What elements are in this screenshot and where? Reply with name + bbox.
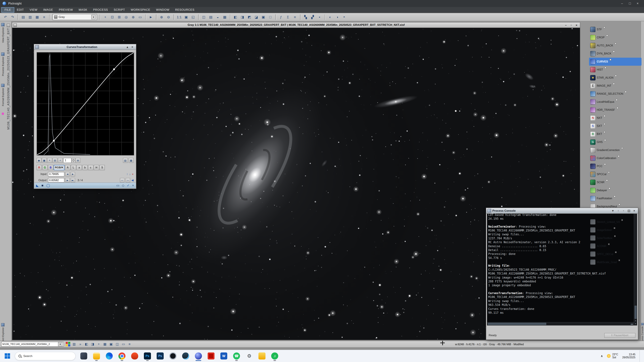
image-window-titlebar[interactable]: Gray 1:1 M106_TEC140_ASI2600MM_25X5Min_2…: [12, 22, 580, 28]
menu-window[interactable]: WINDOW: [153, 7, 172, 12]
console-body[interactable]: LUT-based histogram transformation: done…: [487, 214, 637, 325]
input-field[interactable]: 0.79695: [48, 172, 64, 176]
hscroll-left-icon[interactable]: ◀: [630, 323, 632, 325]
console-vscroll-thumb[interactable]: [634, 306, 637, 319]
taskbar-word[interactable]: W: [219, 351, 229, 361]
execute-button[interactable]: ✓: [127, 184, 130, 187]
workspace-2-icon[interactable]: ▞: [310, 14, 316, 20]
menu-mask[interactable]: MASK: [76, 7, 90, 12]
shade-window-icon[interactable]: ◒: [215, 14, 221, 20]
stf-auto-icon[interactable]: ◨: [90, 341, 95, 347]
process-icon-debayer[interactable]: Debayer: [590, 186, 642, 194]
process-icon-star-align[interactable]: ★STAR_ALIGN: [590, 74, 642, 82]
track-view-icon[interactable]: ◀: [131, 178, 134, 182]
process-icon-dyn-back[interactable]: DYN_BACK: [590, 50, 642, 58]
taskbar-photoshop[interactable]: Ps: [142, 351, 152, 361]
zoom-in-icon[interactable]: ⊕: [158, 14, 165, 20]
image-window-tab[interactable]: M106_TEC140_ASI2600MM_25X5Min_20250523_G…: [6, 24, 11, 129]
channel-h-button[interactable]: H: [94, 165, 99, 170]
history-icon[interactable]: ≡: [41, 14, 47, 20]
store-curve-icon[interactable]: ▨: [123, 158, 128, 163]
sidebar-tab-view-explorer[interactable]: View Explorer: [0, 23, 5, 43]
process-icon-bxt[interactable]: BBXT: [590, 130, 642, 138]
pan-mode-icon[interactable]: ◫: [114, 341, 120, 347]
screen-transfer-icon[interactable]: ◐: [327, 14, 334, 20]
process-icon-colorcalibration[interactable]: ColorCalibration: [590, 154, 642, 162]
curves-graph-area[interactable]: [36, 52, 134, 156]
close-all-icon[interactable]: ▦: [222, 14, 228, 20]
clock[interactable]: 13:45 26/05/2025: [622, 353, 635, 359]
history-explorer-toggle-icon[interactable]: ◪: [253, 14, 260, 20]
cascade-windows-icon[interactable]: ▤: [208, 14, 214, 20]
show-desktop-button[interactable]: [640, 350, 641, 362]
channel-b-button[interactable]: b: [82, 165, 88, 170]
save-view-icon[interactable]: ▦: [34, 14, 40, 20]
view-explorer-toggle-icon[interactable]: ◧: [232, 14, 238, 20]
channel-g-button[interactable]: G: [42, 165, 48, 170]
process-icon-fastrotation[interactable]: FastRotation: [590, 194, 642, 202]
console-vertical-scrollbar[interactable]: ▲ ▼: [634, 214, 637, 325]
display-mode-select[interactable]: Gray▾: [52, 14, 97, 20]
grid-toggle-icon[interactable]: ▦: [129, 158, 134, 163]
image-close-button[interactable]: ×: [574, 23, 579, 27]
script-editor-icon[interactable]: ≡: [292, 14, 298, 20]
taskbar-search[interactable]: Search: [15, 352, 76, 360]
taskbar-task-view[interactable]: [79, 351, 89, 361]
curves-graph-canvas[interactable]: [37, 52, 134, 155]
vscroll-down-icon[interactable]: ▼: [634, 322, 637, 326]
redo-icon[interactable]: ↷: [10, 14, 16, 20]
pin-icon[interactable]: ▪: [316, 14, 323, 20]
process-icon-crop[interactable]: CROP: [590, 33, 642, 41]
process-icon-spccal[interactable]: SPCCal: [590, 170, 642, 178]
process-icon-auto-back[interactable]: AUTO_BACK: [590, 41, 642, 50]
spin-up-icon[interactable]: ▲: [72, 158, 75, 160]
menu-preview[interactable]: PREVIEW: [56, 7, 76, 12]
menu-process[interactable]: PROCESS: [90, 7, 111, 12]
selection-icon[interactable]: ▭: [121, 341, 126, 347]
cancel-button[interactable]: ×: [132, 184, 134, 187]
channel-s-button[interactable]: S: [100, 165, 105, 170]
process-icon-stf[interactable]: STF: [590, 25, 642, 33]
menu-file[interactable]: FILE: [2, 7, 14, 12]
taskbar-notes[interactable]: [257, 351, 267, 361]
channel-l-button[interactable]: L: [71, 165, 76, 170]
invert-screen-icon[interactable]: ◑: [334, 14, 340, 20]
menu-resources[interactable]: RESOURCES: [172, 7, 197, 12]
console-toggle-icon[interactable]: ▣: [260, 14, 266, 20]
close-button[interactable]: ×: [634, 0, 642, 7]
console-detach-icon[interactable]: ↑: [616, 209, 621, 213]
channel-b-button[interactable]: B: [48, 165, 53, 170]
undo-icon[interactable]: ↶: [2, 14, 9, 20]
vscroll-up-icon[interactable]: ▲: [634, 319, 637, 322]
menu-edit[interactable]: EDIT: [14, 7, 27, 12]
workspace-1-icon[interactable]: ▚: [302, 14, 309, 20]
duplicate-view-icon[interactable]: ▥: [27, 14, 33, 20]
console-hscroll-thumb[interactable]: [488, 323, 546, 325]
store-output-icon[interactable]: ▭: [120, 178, 124, 183]
process-icon-range-selection[interactable]: RANGE_SELECTION: [590, 90, 642, 98]
fit-view-icon[interactable]: ⊡: [109, 14, 116, 20]
minimize-button[interactable]: –: [618, 0, 626, 7]
channel-a-button[interactable]: A: [65, 165, 70, 170]
output-field[interactable]: 0.83582: [48, 178, 64, 183]
selection-mode-icon[interactable]: ▭: [137, 14, 144, 20]
curves-transformation-dialog[interactable]: CurvesTransformation ▴ × ◆ ▣ × ⊞ + 1 ▲▼ …: [34, 44, 136, 189]
apply-button[interactable]: ◣: [36, 184, 38, 187]
process-icon-nxt[interactable]: NNXT: [590, 114, 642, 122]
browse-documentation-button[interactable]: ▭: [116, 184, 120, 187]
menu-script[interactable]: SCRIPT: [111, 7, 128, 12]
curves-close-icon[interactable]: ×: [130, 45, 135, 49]
statistics-icon[interactable]: Σ: [285, 14, 291, 20]
screen-transfer-icon[interactable]: ◧: [84, 341, 89, 347]
taskbar-obs[interactable]: [168, 351, 178, 361]
channel-rgb-k-button[interactable]: RGB/K: [54, 165, 64, 170]
pause-abort-button[interactable]: ‖ Pause/Abort: [604, 333, 636, 338]
console-float-icon[interactable]: ▫: [621, 209, 626, 213]
process-icon-sxt[interactable]: SSXT: [590, 122, 642, 130]
raise-point-icon[interactable]: ↑: [126, 172, 128, 176]
pointer-icon[interactable]: ►: [148, 14, 154, 20]
edit-point-mode-icon[interactable]: ◆: [36, 158, 42, 163]
menu-image[interactable]: IMAGE: [40, 7, 56, 12]
prev-point-button[interactable]: ◀: [65, 172, 70, 176]
process-icon-pcc[interactable]: PCC: [590, 162, 642, 170]
